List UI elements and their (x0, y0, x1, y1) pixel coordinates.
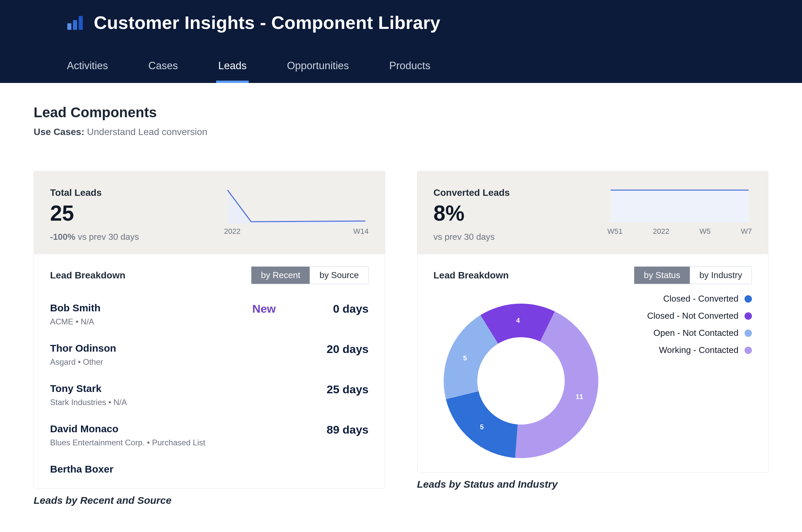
logo-icon (65, 13, 84, 32)
tab-leads[interactable]: Leads (216, 59, 249, 83)
lead-item[interactable]: Bob SmithACME • N/ANew0 days (50, 296, 369, 336)
lead-days: 89 days (308, 423, 369, 436)
metric-value: 8% (434, 201, 510, 226)
donut-slice-label: 11 (576, 393, 583, 400)
metric-sub-text: vs prev 30 days (434, 232, 495, 242)
tab-activities[interactable]: Activities (65, 59, 110, 83)
right-caption: Leads by Status and Industry (417, 479, 769, 490)
metric-sub: -100% vs prev 30 days (50, 232, 139, 242)
donut-chart: 41155 (434, 293, 608, 468)
metric-title: Total Leads (50, 187, 139, 198)
legend-label: Open - Not Contacted (653, 328, 739, 338)
legend-item: Working - Contacted (618, 345, 752, 355)
lead-item[interactable]: Bertha Boxer (50, 457, 369, 484)
left-breakdown-title: Lead Breakdown (50, 270, 125, 281)
lead-meta: Asgard • Other (50, 357, 116, 367)
metric-value: 25 (50, 201, 139, 226)
metric-converted-leads: Converted Leads 8% vs prev 30 days (434, 187, 510, 242)
lead-item[interactable]: Thor OdinsonAsgard • Other20 days (50, 336, 369, 376)
legend-dot (745, 312, 752, 320)
lead-meta: ACME • N/A (50, 317, 101, 326)
seg-left-by-source[interactable]: by Source (310, 267, 368, 284)
page-subtitle: Use Cases: Understand Lead conversion (34, 127, 768, 137)
lead-item[interactable]: Tony StarkStark Industries • N/A25 days (50, 376, 369, 416)
lead-name: Bob Smith (50, 302, 101, 314)
svg-rect-4 (611, 190, 749, 222)
page-title: Lead Components (34, 104, 768, 120)
app-title: Customer Insights - Component Library (94, 12, 440, 33)
metric-sub: vs prev 30 days (434, 232, 510, 242)
use-cases-label: Use Cases: (34, 127, 84, 137)
metric-title: Converted Leads (434, 187, 510, 198)
seg-right-by-status[interactable]: by Status (634, 267, 689, 284)
lead-name: Tony Stark (50, 383, 127, 394)
top-tabs: ActivitiesCasesLeadsOpportunitiesProduct… (65, 59, 737, 83)
card-total-leads-wrap: Total Leads 25 -100% vs prev 30 days (34, 171, 385, 506)
svg-rect-2 (79, 16, 83, 30)
lead-meta: Blues Entertainment Corp. • Purchased Li… (50, 438, 205, 448)
legend-dot (745, 329, 752, 337)
x-tick: 2022 (224, 227, 241, 236)
x-tick: W51 (607, 227, 622, 236)
x-tick: W14 (353, 227, 368, 236)
donut-slice-label: 5 (463, 354, 467, 362)
lead-item[interactable]: David MonacoBlues Entertainment Corp. • … (50, 416, 369, 457)
x-tick: W5 (699, 227, 711, 236)
use-cases-value: Understand Lead conversion (87, 127, 207, 137)
svg-rect-1 (73, 20, 77, 30)
x-tick: W7 (741, 227, 752, 236)
lead-meta: Stark Industries • N/A (50, 398, 127, 407)
lead-days: 20 days (308, 343, 369, 356)
legend-label: Working - Contacted (659, 345, 739, 355)
legend-label: Closed - Converted (663, 293, 739, 304)
lead-days: 0 days (308, 302, 369, 316)
lead-name: David Monaco (50, 423, 205, 435)
segmented-left: by Recentby Source (251, 266, 368, 284)
segmented-right: by Statusby Industry (634, 266, 752, 284)
tab-opportunities[interactable]: Opportunities (285, 59, 351, 83)
donut-slice-label: 4 (516, 317, 520, 324)
card-converted-leads-wrap: Converted Leads 8% vs prev 30 days (417, 171, 769, 506)
left-caption: Leads by Recent and Source (34, 495, 385, 506)
card-converted-leads: Converted Leads 8% vs prev 30 days (417, 171, 769, 473)
seg-left-by-recent[interactable]: by Recent (251, 267, 310, 284)
metric-sub-text: vs prev 30 days (78, 232, 139, 242)
legend-item: Open - Not Contacted (618, 328, 752, 338)
lead-name: Bertha Boxer (50, 463, 113, 475)
legend-label: Closed - Not Converted (647, 311, 739, 321)
seg-right-by-industry[interactable]: by Industry (690, 267, 752, 284)
metric-total-leads: Total Leads 25 -100% vs prev 30 days (50, 187, 139, 242)
card-total-leads: Total Leads 25 -100% vs prev 30 days (34, 171, 385, 489)
lead-status: New (246, 302, 276, 316)
sparkline-total-leads: 2022W14 (224, 187, 369, 242)
donut-slice-label: 5 (480, 423, 484, 431)
tab-cases[interactable]: Cases (146, 59, 180, 83)
legend-item: Closed - Converted (618, 293, 752, 304)
app-header: Customer Insights - Component Library Ac… (0, 0, 802, 83)
svg-rect-0 (67, 23, 71, 30)
legend-item: Closed - Not Converted (618, 311, 752, 321)
x-tick: 2022 (653, 227, 669, 236)
tab-products[interactable]: Products (387, 59, 432, 83)
legend-dot (745, 295, 752, 303)
metric-delta: -100% (50, 232, 75, 242)
legend-dot (745, 347, 752, 354)
sparkline-converted-leads: W512022W5W7 (607, 187, 752, 242)
lead-days: 25 days (308, 383, 369, 396)
lead-list: Bob SmithACME • N/ANew0 daysThor Odinson… (50, 296, 369, 484)
donut-legend: Closed - ConvertedClosed - Not Converted… (618, 293, 752, 355)
lead-name: Thor Odinson (50, 343, 116, 354)
right-breakdown-title: Lead Breakdown (434, 270, 509, 281)
